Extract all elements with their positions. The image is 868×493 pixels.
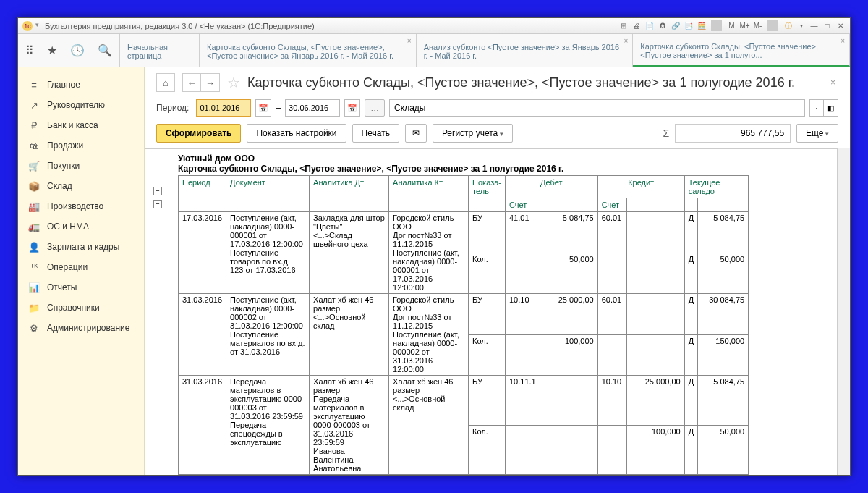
date-from-input[interactable] (196, 99, 251, 117)
cell-c-acc: 60.01 (597, 212, 626, 253)
sidebar-icon: 📁 (28, 302, 40, 313)
sidebar-item[interactable]: 🏭Производство (18, 196, 144, 216)
sidebar-item[interactable]: 📊Отчеты (18, 277, 144, 298)
apps-icon[interactable]: ⠿ (22, 41, 37, 60)
sidebar-item[interactable]: 📁Справочники (18, 298, 144, 318)
app-icon: 1c (22, 21, 33, 31)
subconto-type-input[interactable] (389, 99, 805, 117)
titlebar: 1c ▾ Бухгалтерия предприятия, редакция 3… (18, 18, 850, 34)
cell-pok: БУ (469, 294, 506, 335)
cell-b-val: 50,000 (698, 425, 749, 475)
sidebar-item[interactable]: 🚛ОС и НМА (18, 216, 144, 237)
cell-c-acc (597, 334, 626, 376)
sidebar-label: Руководителю (47, 100, 105, 110)
sidebar-label: Производство (47, 201, 103, 211)
dropdown-icon[interactable]: ▾ (35, 21, 39, 31)
select-button[interactable]: ◧ (824, 99, 838, 117)
tab-close-icon[interactable]: × (407, 37, 412, 45)
cell-an-dt: Закладка для штор "Цветы" <...>Склад шве… (310, 212, 389, 294)
col-debit: Дебет (505, 176, 597, 198)
maximize-button[interactable]: □ (822, 20, 833, 31)
cell-d-acc: 41.01 (505, 212, 540, 253)
cell-c-acc: 10.10 (597, 376, 626, 426)
tree-collapse-2[interactable]: − (153, 200, 162, 208)
tb-icon-7[interactable]: 🧮 (696, 20, 707, 31)
tb-icon-5[interactable]: 🔗 (670, 20, 681, 31)
search-icon[interactable]: 🔍 (95, 41, 115, 60)
tab-close-icon[interactable]: × (841, 37, 845, 45)
minimize-button[interactable]: — (809, 20, 820, 31)
cell-d-acc: 10.11.1 (505, 376, 540, 426)
register-button[interactable]: Регистр учета (433, 124, 513, 143)
sum-field[interactable] (675, 124, 791, 143)
sidebar-item[interactable]: ≡Главное (18, 75, 144, 95)
calendar-to-button[interactable]: 📅 (344, 99, 360, 117)
nav-tabs: Начальная страница Карточка субконто Скл… (120, 34, 850, 67)
tab-close-icon[interactable]: × (624, 37, 629, 45)
turnover-label: Обороты за Март 16 (179, 475, 469, 476)
favorite-icon[interactable]: ★ (44, 41, 60, 60)
table-row[interactable]: 31.03.2016Передача материалов в эксплуат… (179, 376, 749, 426)
tb-icon-6[interactable]: 📑 (683, 20, 694, 31)
sidebar-item[interactable]: ᵀᴷОперации (18, 257, 144, 277)
vertical-scrollbar[interactable] (837, 148, 850, 475)
sidebar-item[interactable]: 🛍Продажи (18, 135, 144, 156)
col-credit: Кредит (597, 176, 684, 198)
period-select-button[interactable]: ... (365, 99, 385, 117)
home-button[interactable]: ⌂ (156, 73, 175, 92)
more-button[interactable]: Еще (796, 124, 838, 143)
close-window-button[interactable]: ✕ (835, 20, 846, 31)
info-icon[interactable]: ⓘ (783, 20, 793, 31)
tab-home[interactable]: Начальная страница (120, 34, 200, 67)
tab-home-label: Начальная страница (127, 43, 192, 60)
turnover-row[interactable]: Обороты за Март 16БУ965 777,55960 692,80 (179, 475, 749, 476)
tree-collapse-1[interactable]: − (153, 187, 162, 195)
table-row[interactable]: 17.03.2016Поступление (акт, накладная) 0… (179, 212, 749, 253)
tab-card-1[interactable]: Карточка субконто Склады, <Пустое значен… (200, 34, 417, 67)
m-minus-button[interactable]: M- (752, 20, 763, 31)
form-button[interactable]: Сформировать (156, 124, 241, 143)
cell-b-side: Д (684, 294, 697, 335)
table-row[interactable]: 31.03.2016Поступление (акт, накладная) 0… (179, 294, 749, 335)
sidebar-item[interactable]: ↗Руководителю (18, 95, 144, 115)
cell-b-val: 50,000 (698, 253, 749, 294)
col-an-dt: Аналитика Дт (310, 176, 389, 212)
tb-icon-2[interactable]: 🖨 (631, 20, 642, 31)
report-title: Карточка субконто Склады, <Пустое значен… (178, 164, 837, 174)
sidebar-item[interactable]: 📦Склад (18, 176, 144, 196)
forward-button[interactable]: → (201, 73, 220, 92)
show-settings-button[interactable]: Показать настройки (247, 124, 346, 143)
calendar-from-button[interactable]: 📅 (255, 99, 271, 117)
tab-card-2[interactable]: Карточка субконто Склады, <Пустое значен… (633, 34, 850, 67)
cell-pok: БУ (469, 212, 506, 253)
sidebar-item[interactable]: ⚙Администрирование (18, 318, 144, 338)
tb-icon-3[interactable]: 📄 (644, 20, 655, 31)
tb-icon-1[interactable]: ⊞ (618, 20, 629, 31)
sidebar-icon: 👤 (28, 241, 40, 253)
cell-an-kt: Городской стиль ООО Дог пост№33 от 11.12… (389, 212, 469, 294)
mail-button[interactable]: ✉ (405, 124, 427, 143)
report-area: − − Уютный дом ООО Карточка субконто Скл… (145, 148, 837, 475)
sidebar-icon: 🏭 (28, 201, 40, 212)
cell-b-side: Д (684, 376, 697, 426)
sidebar-item[interactable]: ₽Банк и касса (18, 115, 144, 135)
m-button[interactable]: M (726, 20, 737, 31)
m-plus-button[interactable]: M+ (739, 20, 750, 31)
cell-b-val: 5 084,75 (698, 376, 749, 426)
back-button[interactable]: ← (182, 73, 201, 92)
star-icon[interactable]: ☆ (227, 74, 240, 91)
close-page-button[interactable]: × (827, 75, 838, 90)
sidebar-label: Операции (47, 262, 88, 272)
tab-analysis[interactable]: Анализ субконто <Пустое значение> за Янв… (417, 34, 634, 67)
sidebar-label: Продажи (47, 140, 83, 151)
dash: – (276, 103, 281, 113)
tb-icon-4[interactable]: ✪ (657, 20, 668, 31)
sidebar-item[interactable]: 🛒Покупки (18, 156, 144, 176)
history-icon[interactable]: 🕓 (67, 41, 88, 60)
print-button[interactable]: Печать (352, 124, 399, 143)
sidebar-item[interactable]: 👤Зарплата и кадры (18, 237, 144, 257)
org-name: Уютный дом ООО (178, 153, 837, 164)
clear-button[interactable]: · (809, 99, 824, 117)
dropdown2-icon[interactable]: ▾ (796, 20, 807, 31)
date-to-input[interactable] (285, 99, 340, 117)
